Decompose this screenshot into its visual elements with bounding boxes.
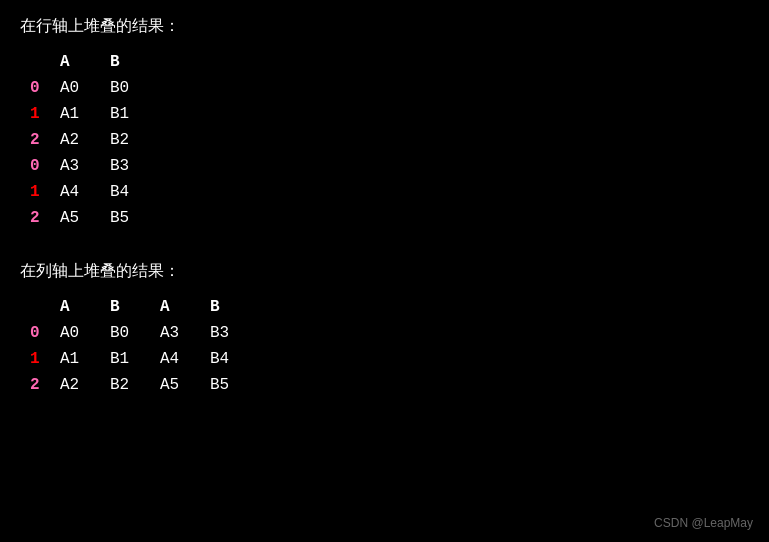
table-row: 0A0B0 [30, 75, 160, 101]
cell-a2: A4 [160, 346, 210, 372]
row-index: 0 [30, 320, 60, 346]
cell-b: B3 [110, 153, 160, 179]
row-index: 1 [30, 101, 60, 127]
cell-a1: A2 [60, 372, 110, 398]
cell-b2: B5 [210, 372, 260, 398]
cell-b: B0 [110, 75, 160, 101]
section1-header-b: B [110, 49, 160, 75]
section2-title: 在列轴上堆叠的结果： [20, 261, 749, 282]
cell-b2: B4 [210, 346, 260, 372]
section1-wrapper: 在行轴上堆叠的结果： A B 0A0B01A1B12A2B20A3B31A4B4… [20, 16, 749, 231]
cell-a: A4 [60, 179, 110, 205]
cell-b: B4 [110, 179, 160, 205]
cell-a2: A3 [160, 320, 210, 346]
table-row: 0A0B0A3B3 [30, 320, 260, 346]
row-index: 0 [30, 75, 60, 101]
section1-header-index [30, 49, 60, 75]
table-row: 2A5B5 [30, 205, 160, 231]
row-index: 2 [30, 127, 60, 153]
section2-header-row: A B A B [30, 294, 260, 320]
cell-a: A3 [60, 153, 110, 179]
table-row: 1A4B4 [30, 179, 160, 205]
row-index: 2 [30, 372, 60, 398]
row-index: 1 [30, 346, 60, 372]
section2-header-b1: B [110, 294, 160, 320]
watermark: CSDN @LeapMay [654, 516, 753, 530]
cell-a1: A1 [60, 346, 110, 372]
main-container: 在行轴上堆叠的结果： A B 0A0B01A1B12A2B20A3B31A4B4… [0, 0, 769, 444]
cell-b: B5 [110, 205, 160, 231]
table-row: 0A3B3 [30, 153, 160, 179]
section1-title: 在行轴上堆叠的结果： [20, 16, 749, 37]
section2-header-b2: B [210, 294, 260, 320]
section1-header-row: A B [30, 49, 160, 75]
section2-wrapper: 在列轴上堆叠的结果： A B A B 0A0B0A3B31A1B1A4B42A2… [20, 261, 749, 398]
cell-b1: B2 [110, 372, 160, 398]
cell-a: A5 [60, 205, 110, 231]
section2-header-index [30, 294, 60, 320]
table-row: 2A2B2A5B5 [30, 372, 260, 398]
row-index: 0 [30, 153, 60, 179]
cell-a: A0 [60, 75, 110, 101]
row-index: 1 [30, 179, 60, 205]
section1-table: A B 0A0B01A1B12A2B20A3B31A4B42A5B5 [30, 49, 160, 231]
cell-b: B1 [110, 101, 160, 127]
section2-header-a2: A [160, 294, 210, 320]
table-row: 2A2B2 [30, 127, 160, 153]
cell-a1: A0 [60, 320, 110, 346]
cell-b: B2 [110, 127, 160, 153]
table-row: 1A1B1A4B4 [30, 346, 260, 372]
section1-header-a: A [60, 49, 110, 75]
row-index: 2 [30, 205, 60, 231]
section2-header-a1: A [60, 294, 110, 320]
cell-a: A1 [60, 101, 110, 127]
cell-b2: B3 [210, 320, 260, 346]
section2-table: A B A B 0A0B0A3B31A1B1A4B42A2B2A5B5 [30, 294, 260, 398]
table-row: 1A1B1 [30, 101, 160, 127]
cell-b1: B1 [110, 346, 160, 372]
cell-b1: B0 [110, 320, 160, 346]
cell-a: A2 [60, 127, 110, 153]
cell-a2: A5 [160, 372, 210, 398]
